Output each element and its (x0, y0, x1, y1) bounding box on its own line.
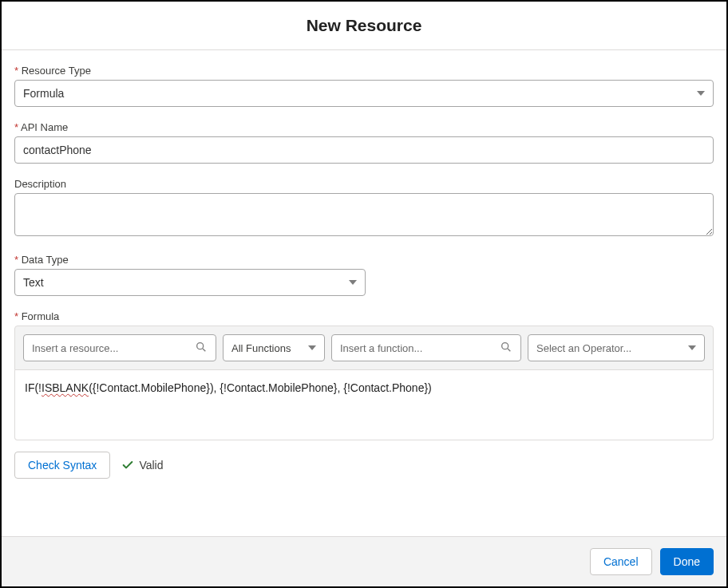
chevron-down-icon (688, 345, 696, 350)
api-name-input[interactable] (14, 136, 714, 164)
modal-title: New Resource (307, 16, 422, 34)
resource-type-label: Resource Type (14, 65, 714, 77)
api-name-field: API Name (14, 121, 714, 164)
functions-filter-value: All Functions (231, 342, 291, 354)
formula-error-token: ISBLANK (42, 381, 89, 394)
chevron-down-icon (308, 345, 316, 350)
syntax-row: Check Syntax Valid (14, 452, 714, 479)
cancel-button[interactable]: Cancel (590, 548, 652, 575)
syntax-status: Valid (121, 459, 163, 472)
operator-select[interactable]: Select an Operator... (528, 334, 705, 361)
insert-resource-placeholder: Insert a resource... (32, 342, 118, 354)
formula-toolbar: Insert a resource... All Functions Inser… (14, 326, 714, 370)
formula-label: Formula (14, 310, 714, 322)
insert-function-placeholder: Insert a function... (340, 342, 422, 354)
chevron-down-icon (697, 91, 705, 96)
modal-header: New Resource (2, 2, 726, 50)
data-type-value: Text (23, 276, 44, 289)
resource-type-field: Resource Type Formula (14, 65, 714, 107)
svg-line-3 (508, 349, 510, 351)
description-input[interactable] (14, 193, 714, 236)
data-type-label: Data Type (14, 254, 714, 266)
resource-type-select[interactable]: Formula (14, 80, 714, 107)
functions-filter-select[interactable]: All Functions (223, 334, 325, 361)
description-field: Description (14, 178, 714, 239)
formula-text-prefix: IF(! (25, 381, 42, 394)
svg-point-0 (197, 342, 204, 349)
insert-function-search[interactable]: Insert a function... (331, 334, 521, 361)
resource-type-value: Formula (23, 87, 64, 100)
modal-footer: Cancel Done (2, 536, 726, 586)
description-label: Description (14, 178, 714, 190)
data-type-select[interactable]: Text (14, 269, 366, 296)
search-icon (195, 341, 208, 356)
insert-resource-search[interactable]: Insert a resource... (23, 334, 216, 361)
api-name-label: API Name (14, 121, 714, 133)
search-icon (500, 341, 512, 356)
check-syntax-button[interactable]: Check Syntax (14, 452, 110, 479)
chevron-down-icon (349, 280, 357, 285)
operator-placeholder: Select an Operator... (536, 342, 631, 354)
syntax-status-text: Valid (139, 459, 163, 472)
formula-field: Formula Insert a resource... All Functio… (14, 310, 714, 440)
formula-editor[interactable]: IF(!ISBLANK({!Contact.MobilePhone}), {!C… (14, 370, 714, 440)
svg-point-2 (502, 342, 508, 349)
data-type-field: Data Type Text (14, 254, 714, 296)
done-button[interactable]: Done (660, 548, 714, 575)
check-icon (121, 459, 134, 472)
modal-body: Resource Type Formula API Name Descripti… (2, 50, 726, 536)
svg-line-1 (203, 349, 205, 351)
formula-text-suffix: ({!Contact.MobilePhone}), {!Contact.Mobi… (89, 381, 432, 394)
new-resource-modal: New Resource Resource Type Formula API N… (0, 0, 728, 588)
